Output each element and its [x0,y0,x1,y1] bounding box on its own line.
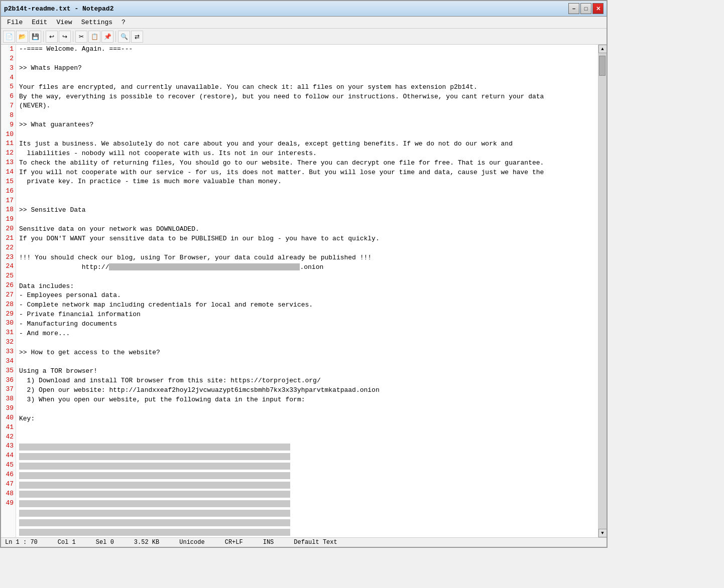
separator-1 [43,31,44,42]
redacted-key-43 [19,472,290,479]
ln-40: 40 [1,413,16,423]
line-17: Sensitive data on your network was DOWNL… [16,225,598,234]
ln-35: 35 [1,366,16,376]
line-42 [16,462,598,471]
status-col: Col 1 [58,539,76,546]
minimize-button[interactable]: – [568,3,579,14]
status-ins: INS [263,539,274,546]
line-16 [16,215,598,225]
line-47 [16,509,598,519]
line-49 [16,528,598,537]
line-6a: By the way, everything is possible to re… [16,92,598,102]
line-46 [16,500,598,509]
menu-help[interactable]: ? [117,18,130,27]
scroll-up-arrow[interactable]: ▲ [598,45,607,53]
redacted-key-45 [19,491,290,498]
close-button[interactable]: ✕ [592,3,604,14]
ln-42: 42 [1,432,16,442]
text-content[interactable]: --==== Welcome. Again. ===--- >> Whats H… [16,45,598,537]
status-sel: Sel 0 [96,539,114,546]
ln-19: 19 [1,215,16,224]
ln-8: 8 [1,111,16,120]
line-30: >> How to get access to the website? [16,348,598,358]
ln-14: 14 [1,168,16,177]
editor-container: 1 2 3 4 5 6 7 8 9 10 11 12 13 14 15 16 1 [1,45,607,537]
line-29 [16,339,598,348]
ln-44: 44 [1,451,16,461]
separator-2 [73,31,73,42]
line-19 [16,244,598,253]
ln-20: 20 [1,224,16,234]
line-32: Using a TOR browser! [16,367,598,376]
redo-button[interactable]: ↪ [59,31,71,43]
line-36 [16,405,598,414]
replace-button[interactable]: ⇄ [131,31,143,43]
ln-37: 37 [1,385,16,394]
ln-29: 29 [1,310,16,319]
ln-11: 11 [1,139,16,149]
menu-settings[interactable]: Settings [77,18,116,27]
redacted-url [109,263,300,270]
ln-12: 12 [1,149,16,158]
line-40 [16,443,598,453]
vertical-scrollbar[interactable]: ▲ ▼ [598,45,607,537]
ln-1: 1 [1,45,16,54]
line-10b: liabilities - nobody will not cooperate … [16,149,598,159]
menu-view[interactable]: View [52,18,76,27]
ln-15: 15 [1,177,16,187]
line-11: To check the ability of returning files,… [16,159,598,168]
line-20: !!! You should check our blog, using Tor… [16,253,598,263]
line-38 [16,424,598,433]
status-bar: Ln 1 : 70 Col 1 Sel 0 3.52 KB Unicode CR… [1,537,607,547]
scroll-down-arrow[interactable]: ▼ [598,529,607,537]
ln-13: 13 [1,158,16,168]
redacted-key-48 [19,519,290,526]
ln-23: 23 [1,253,16,262]
ln-7: 7 [1,101,16,111]
save-button[interactable]: 💾 [29,31,41,43]
ln-31: 31 [1,328,16,338]
undo-button[interactable]: ↩ [46,31,58,43]
line-9 [16,130,598,139]
copy-button[interactable]: 📋 [88,31,100,43]
line-7 [16,111,598,120]
paste-button[interactable]: 📌 [101,31,113,43]
menu-edit[interactable]: Edit [28,18,51,27]
line-31 [16,357,598,367]
redacted-key-49 [19,529,290,536]
ln-16: 16 [1,187,16,196]
ln-30: 30 [1,319,16,328]
ln-49: 49 [1,499,16,508]
line-10a: Its just a business. We absolutely do no… [16,139,598,149]
line-18: If you DON'T WANT your sensitive data to… [16,234,598,244]
status-line-ending: CR+LF [225,539,243,546]
maximize-button[interactable]: □ [580,3,591,14]
ln-17: 17 [1,196,16,206]
ln-22: 22 [1,243,16,253]
line-27: - Manufacturing documents [16,320,598,329]
ln-41: 41 [1,423,16,432]
scroll-thumb[interactable] [599,56,606,76]
ln-48: 48 [1,489,16,499]
redacted-key-46 [19,500,290,507]
new-button[interactable]: 📄 [3,31,15,43]
find-button[interactable]: 🔍 [118,31,130,43]
title-bar: p2b14t-readme.txt - Notepad2 – □ ✕ [1,1,607,17]
open-button[interactable]: 📂 [16,31,28,43]
ln-24: 24 [1,262,16,271]
redacted-key-47 [19,510,290,517]
editor-area[interactable]: 1 2 3 4 5 6 7 8 9 10 11 12 13 14 15 16 1 [1,45,598,537]
cut-button[interactable]: ✂ [75,31,87,43]
ln-43: 43 [1,442,16,451]
scroll-track[interactable] [598,53,607,529]
separator-3 [115,31,116,42]
redacted-key-41 [19,453,290,460]
menu-file[interactable]: File [3,18,27,27]
ln-38: 38 [1,394,16,404]
ln-46: 46 [1,470,16,480]
ln-3: 3 [1,64,16,73]
line-14 [16,196,598,206]
line-numbers: 1 2 3 4 5 6 7 8 9 10 11 12 13 14 15 16 1 [1,45,16,537]
line-4 [16,73,598,83]
ln-9: 9 [1,120,16,130]
